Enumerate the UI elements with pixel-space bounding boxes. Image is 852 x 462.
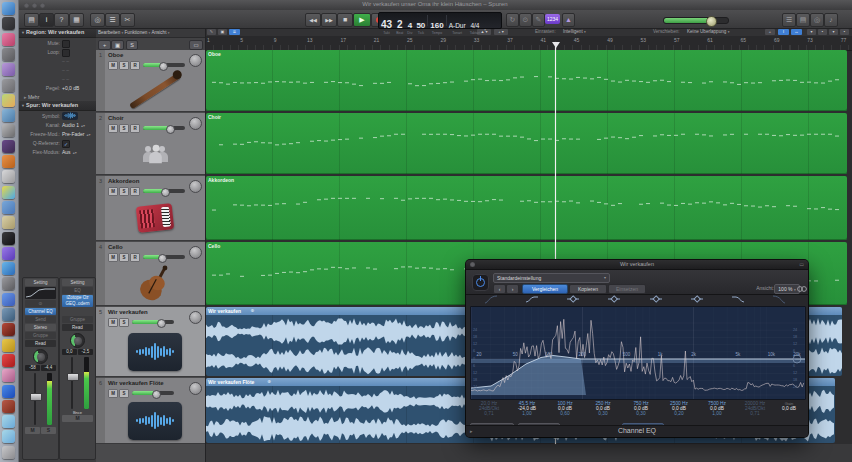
- eq-band-2-values[interactable]: 45,5 Hz-24,0 dB1,00: [508, 401, 546, 425]
- list-editor-button[interactable]: ☰: [782, 13, 796, 27]
- dock-icon-color-sync[interactable]: [2, 186, 15, 199]
- track-r-button[interactable]: R: [130, 61, 140, 70]
- group-slot[interactable]: Gruppe: [25, 332, 56, 339]
- track-display-mode-button[interactable]: ▭: [189, 40, 203, 50]
- volume-knob[interactable]: [159, 62, 168, 71]
- track-header-5[interactable]: 5Wir verkaufenMS: [96, 307, 205, 377]
- lcd-dropdown-icon[interactable]: ▾: [484, 28, 486, 32]
- send-slot[interactable]: Send: [25, 316, 56, 323]
- dock-icon-itunes[interactable]: [2, 63, 15, 76]
- dock-icon-preview[interactable]: [2, 109, 15, 122]
- track-name[interactable]: Cello: [108, 244, 123, 250]
- preset-dropdown[interactable]: Standardeinstellung▾: [493, 273, 610, 283]
- eq-band-5-values[interactable]: 750 Hz0,0 dB0,30: [622, 401, 660, 425]
- channel-fader[interactable]: [62, 357, 93, 409]
- plugin-link-corner-icon[interactable]: ▭: [799, 261, 804, 267]
- master-volume-slider[interactable]: [663, 17, 729, 24]
- arrange-empty-area[interactable]: [205, 444, 852, 462]
- stop-button[interactable]: ■: [337, 13, 353, 27]
- dock-icon-textedit[interactable]: [2, 216, 15, 229]
- inspector-button[interactable]: i: [39, 13, 54, 27]
- eq-slot[interactable]: EQ: [62, 287, 93, 294]
- waveform-zoom-button[interactable]: ▾: [807, 29, 816, 35]
- dock-icon-app-store[interactable]: [2, 293, 15, 306]
- track-pan-knob[interactable]: [189, 311, 202, 324]
- channel-fader[interactable]: [25, 373, 56, 425]
- eq-band-7-highshelf-icon[interactable]: [718, 293, 759, 305]
- track-volume-slider[interactable]: [132, 320, 174, 324]
- pencil-icon[interactable]: ✎: [207, 29, 216, 35]
- dock-icon-automator[interactable]: [2, 79, 15, 92]
- setting-button[interactable]: Setting: [25, 279, 56, 286]
- fader-cap[interactable]: [30, 393, 42, 401]
- region-inspector-header[interactable]: ▼Region: Wir verkaufen: [18, 28, 96, 38]
- track-s-button[interactable]: S: [119, 61, 129, 70]
- dock-icon-chess[interactable]: [2, 124, 15, 137]
- zoom-h-button[interactable]: ▾: [829, 29, 838, 35]
- dock-icon-tools[interactable]: [2, 308, 15, 321]
- plugin-titlebar[interactable]: Wir verkaufen ▭: [466, 260, 808, 270]
- rewind-button[interactable]: ◀◀: [305, 13, 321, 27]
- track-header-4[interactable]: 4CelloMSR: [96, 242, 205, 306]
- track-header-6[interactable]: 6Wir verkaufen FlöteMS: [96, 378, 205, 444]
- marquee-zoom-button[interactable]: I: [778, 29, 789, 35]
- eq-graph[interactable]: 20501002005001k2k5k10k20k242418181212660…: [470, 306, 806, 400]
- dock-icon-folder-1[interactable]: [2, 415, 15, 428]
- output-slot[interactable]: Stereo: [25, 324, 56, 331]
- bar-ruler[interactable]: 1591317212529333741454953576165697377: [205, 36, 852, 51]
- track-volume-slider[interactable]: [143, 126, 185, 130]
- region-choir[interactable]: Choir: [206, 113, 847, 174]
- dock-icon-disc[interactable]: [2, 232, 15, 245]
- menu-bearbeiten[interactable]: Bearbeiten ▾: [98, 30, 123, 35]
- mixer-button[interactable]: ☰: [105, 13, 120, 27]
- track-header-1[interactable]: 1OboeMSR: [96, 50, 205, 112]
- dock-icon-folder-2[interactable]: [2, 430, 15, 443]
- dock-icon-console[interactable]: [2, 323, 15, 336]
- more-disclosure[interactable]: ▸ Mehr: [24, 94, 39, 100]
- dock-icon-disk-utility[interactable]: [2, 48, 15, 61]
- insert-izotope[interactable]: iZotope Oz GEQ..odern: [62, 295, 93, 307]
- smart-controls-button[interactable]: ◎: [90, 13, 105, 27]
- metronome-button[interactable]: ▲: [562, 13, 575, 27]
- volume-knob[interactable]: [157, 319, 166, 328]
- track-m-button[interactable]: M: [108, 61, 118, 70]
- volume-knob[interactable]: [158, 254, 167, 263]
- solo-safe-button[interactable]: S: [126, 40, 138, 50]
- dock-icon-folder-blue[interactable]: [2, 201, 15, 214]
- track-m-button[interactable]: M: [108, 187, 118, 196]
- track-m-button[interactable]: M: [108, 253, 118, 262]
- fader-cap[interactable]: [67, 373, 79, 381]
- automation-mode[interactable]: Read: [62, 324, 93, 331]
- cmd-click-tool-menu[interactable]: + ▾: [494, 29, 508, 35]
- track-volume-slider[interactable]: [132, 391, 174, 395]
- dock-icon-safari[interactable]: [2, 262, 15, 275]
- play-button[interactable]: ▶: [353, 13, 371, 27]
- volume-knob[interactable]: [152, 390, 161, 399]
- link-icon[interactable]: [796, 285, 808, 293]
- track-name[interactable]: Oboe: [108, 52, 123, 58]
- track-name[interactable]: Choir: [108, 115, 124, 121]
- track-name[interactable]: Wir verkaufen: [108, 309, 148, 315]
- track-s-button[interactable]: S: [119, 389, 129, 398]
- eq-thumbnail[interactable]: [25, 287, 56, 299]
- track-pan-knob[interactable]: [189, 382, 202, 395]
- dock-icon-photo-booth[interactable]: [2, 33, 15, 46]
- toolbar-toggle-button[interactable]: ▦: [69, 13, 84, 27]
- eq-band-1-values[interactable]: 20,0 Hz24dB/Okt0,71: [470, 401, 508, 425]
- eq-band-6-bell-icon[interactable]: [676, 293, 717, 305]
- eq-band-6-values[interactable]: 2500 Hz0,0 dB0,20: [660, 401, 698, 425]
- insert-channel-eq[interactable]: Channel EQ: [25, 308, 56, 315]
- pan-knob[interactable]: [33, 349, 48, 364]
- dock-icon-photos[interactable]: [2, 94, 15, 107]
- library-button[interactable]: ▤: [24, 13, 39, 27]
- eq-band-8-highcut-icon[interactable]: [759, 293, 800, 305]
- menu-funktionen[interactable]: Funktionen ▾: [125, 30, 151, 35]
- dock-icon-red-app[interactable]: [2, 400, 15, 413]
- track-name[interactable]: Akkordeon: [108, 178, 139, 184]
- channel-eq-plugin-window[interactable]: Wir verkaufen ▭ Standardeinstellung▾ ‹ ›…: [466, 260, 808, 437]
- pan-knob[interactable]: [70, 333, 85, 348]
- menu-ansicht[interactable]: Ansicht ▾: [151, 30, 169, 35]
- track-pan-knob[interactable]: [189, 180, 202, 193]
- dock-icon-vlc[interactable]: [2, 155, 15, 168]
- track-volume-slider[interactable]: [143, 255, 185, 259]
